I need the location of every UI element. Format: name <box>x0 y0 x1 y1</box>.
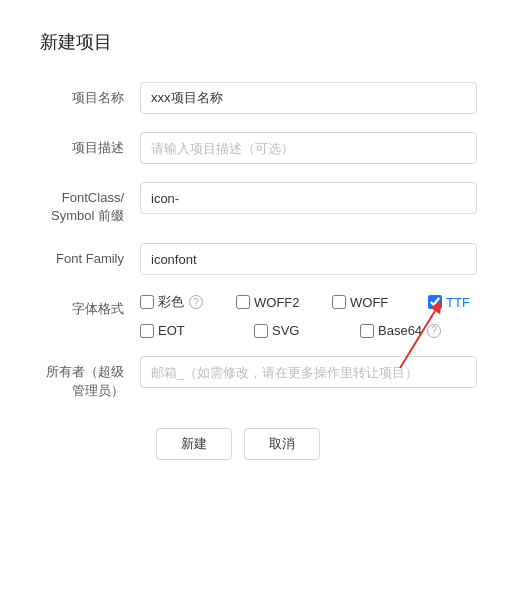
font-family-input[interactable] <box>140 243 477 275</box>
checkbox-color-input[interactable] <box>140 295 154 309</box>
checkbox-group: 彩色 ? WOFF2 WOFF TTF <box>140 293 508 338</box>
checkbox-eot[interactable]: EOT <box>140 323 220 338</box>
font-family-control <box>140 243 477 275</box>
owner-input[interactable] <box>140 356 477 388</box>
checkbox-base64-input[interactable] <box>360 324 374 338</box>
checkbox-ttf[interactable]: TTF <box>428 295 508 310</box>
checkbox-woff-label: WOFF <box>350 295 388 310</box>
font-format-row: 字体格式 彩色 ? WOFF2 WOFF <box>40 293 477 338</box>
owner-label: 所有者（超级 管理员） <box>40 356 140 399</box>
project-name-row: 项目名称 <box>40 82 477 114</box>
checkbox-color[interactable]: 彩色 ? <box>140 293 220 311</box>
font-family-row: Font Family <box>40 243 477 275</box>
font-format-control: 彩色 ? WOFF2 WOFF TTF <box>140 293 508 338</box>
project-desc-control <box>140 132 477 164</box>
checkbox-woff-input[interactable] <box>332 295 346 309</box>
help-icon-color[interactable]: ? <box>189 295 203 309</box>
checkbox-woff2-input[interactable] <box>236 295 250 309</box>
project-desc-label: 项目描述 <box>40 132 140 157</box>
project-desc-row: 项目描述 <box>40 132 477 164</box>
checkbox-ttf-label: TTF <box>446 295 470 310</box>
cancel-button[interactable]: 取消 <box>244 428 320 460</box>
font-family-label: Font Family <box>40 243 140 268</box>
font-class-input[interactable] <box>140 182 477 214</box>
checkbox-svg[interactable]: SVG <box>254 323 334 338</box>
checkbox-svg-label: SVG <box>272 323 299 338</box>
font-format-label: 字体格式 <box>40 293 140 318</box>
page-title: 新建项目 <box>40 30 477 54</box>
checkbox-color-label: 彩色 <box>158 293 184 311</box>
font-class-label: FontClass/ Symbol 前缀 <box>40 182 140 225</box>
owner-row: 所有者（超级 管理员） <box>40 356 477 399</box>
checkbox-row-1: 彩色 ? WOFF2 WOFF TTF <box>140 293 508 311</box>
checkbox-woff2-label: WOFF2 <box>254 295 300 310</box>
project-name-control <box>140 82 477 114</box>
checkbox-woff[interactable]: WOFF <box>332 295 412 310</box>
checkbox-woff2[interactable]: WOFF2 <box>236 295 316 310</box>
checkbox-eot-input[interactable] <box>140 324 154 338</box>
create-button[interactable]: 新建 <box>156 428 232 460</box>
button-group: 新建 取消 <box>40 428 477 460</box>
checkbox-svg-input[interactable] <box>254 324 268 338</box>
font-class-control <box>140 182 477 214</box>
help-icon-base64[interactable]: ? <box>427 324 441 338</box>
checkbox-row-2: EOT SVG Base64 ? <box>140 323 508 338</box>
font-class-row: FontClass/ Symbol 前缀 <box>40 182 477 225</box>
project-name-label: 项目名称 <box>40 82 140 107</box>
project-name-input[interactable] <box>140 82 477 114</box>
checkbox-eot-label: EOT <box>158 323 185 338</box>
owner-control <box>140 356 477 388</box>
checkbox-base64-label: Base64 <box>378 323 422 338</box>
checkbox-ttf-input[interactable] <box>428 295 442 309</box>
checkbox-base64[interactable]: Base64 ? <box>360 323 441 338</box>
project-desc-input[interactable] <box>140 132 477 164</box>
